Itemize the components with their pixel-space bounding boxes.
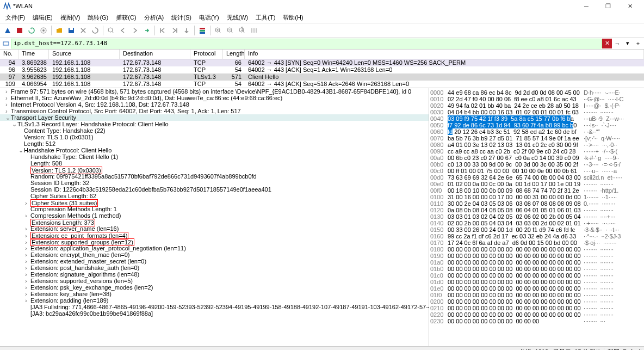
resize-columns-button[interactable] — [249, 25, 259, 36]
hex-row[interactable]: 01b000 00 00 00 00 00 00 00 00 00 00 00 … — [430, 266, 643, 272]
hex-row[interactable]: 000044 e9 68 ca 86 ec b4 8c 9d 2d d0 0d … — [430, 89, 643, 96]
packet-bytes-pane[interactable]: 000044 e9 68 ca 86 ec b4 8c 9d 2d d0 0d … — [429, 88, 644, 346]
detail-line[interactable]: Content Type: Handshake (22) — [0, 127, 429, 134]
hex-row[interactable]: 01d000 00 00 00 00 00 00 00 00 00 00 00 … — [430, 279, 643, 285]
detail-line[interactable]: ⌄Transport Layer Security — [0, 114, 429, 121]
hex-row[interactable]: 001002 2d 47 f0 40 00 80 06 f8 ee c0 a8 … — [430, 96, 643, 102]
detail-line[interactable]: ⌄Handshake Protocol: Client Hello — [0, 147, 429, 153]
hex-row[interactable]: 00f000 18 00 10 00 0b 00 09 08 68 74 74 … — [430, 187, 643, 194]
hex-row[interactable]: 014002 00 2b 00 05 04 03 04 03 03 00 2d … — [430, 220, 643, 226]
col-source[interactable]: Source — [49, 50, 120, 59]
menu-统计[interactable]: 统计(S) — [168, 13, 195, 23]
detail-line[interactable]: [JA3 Fullstring: 771,4866-4867-4865-4919… — [0, 304, 429, 310]
detail-line[interactable]: ›Frame 97: 571 bytes on wire (4568 bits)… — [0, 88, 429, 95]
hex-row[interactable]: 016099 cc 2a f1 df c6 2d 17 ec 03 32 eb … — [430, 233, 643, 240]
detail-line[interactable]: ›Compression Methods (1 method) — [0, 212, 429, 219]
packet-row[interactable]: 1094.066954192.168.1.108172.67.73.148TCP… — [0, 81, 644, 88]
detail-line[interactable]: Random: 09f975421ff3395a8ac515770bf6baf7… — [0, 173, 429, 180]
hex-row[interactable]: 013003 03 01 03 02 04 02 05 02 06 02 00 … — [430, 213, 643, 220]
detail-line[interactable]: ›Ethernet II, Src: AzureWav_2d:d0:0d (b4… — [0, 95, 429, 101]
hex-row[interactable]: 0080a4 01 00 3e 13 02 13 03 13 01 c0 2c … — [430, 142, 643, 148]
detail-line[interactable]: Compression Methods Length: 1 — [0, 206, 429, 212]
hex-row[interactable]: 01a000 00 00 00 00 00 00 00 00 00 00 00 … — [430, 259, 643, 266]
hex-row[interactable]: 01f000 00 00 00 00 00 00 00 00 00 00 00 … — [430, 292, 643, 298]
apply-filter-button[interactable]: → — [612, 39, 622, 48]
menu-文件[interactable]: 文件(F) — [2, 13, 28, 23]
zoom-in-button[interactable] — [213, 25, 224, 36]
go-to-button[interactable] — [141, 25, 152, 36]
reload-button[interactable] — [90, 25, 101, 36]
detail-line[interactable]: ›Extension: padding (len=189) — [0, 297, 429, 304]
hex-row[interactable]: 003004 04 b4 bb 00 00 16 03 01 02 00 01 … — [430, 109, 643, 115]
capture-options-button[interactable] — [38, 25, 49, 36]
detail-line[interactable]: ›Extension: server_name (len=16) — [0, 225, 429, 232]
close-file-button[interactable] — [78, 25, 89, 36]
detail-line[interactable]: ⌄TLSv1.3 Record Layer: Handshake Protoco… — [0, 121, 429, 127]
start-capture-button[interactable] — [2, 25, 13, 36]
close-button[interactable]: ✕ — [619, 0, 641, 12]
hex-row[interactable]: 023000 00 00 00 00 00 00 00 00 00 00····… — [430, 318, 643, 324]
menu-捕获[interactable]: 捕获(C) — [113, 13, 139, 23]
detail-line[interactable]: Length: 508 — [0, 160, 429, 167]
menu-帮助[interactable]: 帮助(H) — [280, 13, 306, 23]
find-packet-button[interactable] — [106, 25, 116, 36]
menu-跳转[interactable]: 跳转(G) — [84, 13, 112, 23]
detail-line[interactable]: Version: TLS 1.0 (0x0301) — [0, 134, 429, 140]
go-next-button[interactable] — [129, 25, 140, 36]
hex-row[interactable]: 0070ba 5b 76 3b b9 27 d5 01 71 85 57 14 … — [430, 135, 643, 142]
go-last-button[interactable] — [169, 25, 180, 36]
detail-line[interactable]: ›Extension: supported_versions (len=5) — [0, 278, 429, 284]
hex-row[interactable]: 018000 00 00 00 00 00 00 00 00 00 00 00 … — [430, 246, 643, 253]
go-first-button[interactable] — [157, 25, 168, 36]
detail-line[interactable]: Version: TLS 1.2 (0x0303) — [0, 167, 429, 173]
hex-row[interactable]: 00a000 6b c0 23 c0 27 00 67 c0 0a c0 14 … — [430, 155, 643, 161]
col-time[interactable]: Time — [18, 50, 49, 59]
hex-row[interactable]: 011030 00 2e 04 03 05 03 06 03 08 07 08 … — [430, 200, 643, 207]
hex-row[interactable]: 020000 00 00 00 00 00 00 00 00 00 00 00 … — [430, 298, 643, 305]
detail-line[interactable]: ›Internet Protocol Version 4, Src: 192.1… — [0, 101, 429, 108]
packet-row[interactable]: 963.955623192.168.1.108172.67.73.148TCP5… — [0, 66, 644, 73]
detail-line[interactable]: ›Extension: ec_point_formats (len=4) — [0, 232, 429, 238]
detail-line[interactable]: ›Extension: post_handshake_auth (len=0) — [0, 265, 429, 271]
hex-row[interactable]: 010031 00 16 00 00 00 17 00 00 00 31 00 … — [430, 194, 643, 200]
hex-row[interactable]: 00e001 02 00 0a 00 0c 00 0a 00 1d 00 17 … — [430, 181, 643, 187]
hex-row[interactable]: 0050f7 92 de 86 6c 73 1d 94 93 60 7f 4a … — [430, 122, 643, 128]
detail-line[interactable]: Session ID Length: 32 — [0, 180, 429, 186]
detail-line[interactable]: ›Extension: psk_key_exchange_modes (len=… — [0, 284, 429, 291]
col-protocol[interactable]: Protocol — [190, 50, 223, 59]
zoom-reset-button[interactable]: 1 — [237, 25, 247, 36]
restart-capture-button[interactable] — [26, 25, 37, 36]
menu-视图[interactable]: 视图(V) — [57, 13, 84, 23]
detail-line[interactable]: Length: 512 — [0, 140, 429, 147]
auto-scroll-button[interactable] — [181, 25, 192, 36]
packet-details-pane[interactable]: ›Frame 97: 571 bytes on wire (4568 bits)… — [0, 88, 429, 346]
add-filter-button[interactable]: + — [633, 39, 643, 48]
packet-row[interactable]: 973.962635192.168.1.108172.67.73.148TLSv… — [0, 73, 644, 81]
hex-row[interactable]: 015000 33 00 26 00 24 00 1d 00 20 f1 d9 … — [430, 226, 643, 233]
hex-row[interactable]: 004003 09 f9 75 42 1f f3 39 5a 8a c5 15 … — [430, 115, 643, 122]
col-destination[interactable]: Destination — [120, 50, 190, 59]
packet-row[interactable]: 943.869238192.168.1.108172.67.73.148TCP6… — [0, 59, 644, 66]
clear-filter-button[interactable]: ✕ — [602, 39, 612, 48]
detail-line[interactable]: Cipher Suites Length: 62 — [0, 193, 429, 199]
col-length[interactable]: Length — [223, 50, 245, 59]
detail-line[interactable]: ›Extension: extended_master_secret (len=… — [0, 258, 429, 265]
detail-line[interactable]: Extensions Length: 373 — [0, 219, 429, 225]
hex-row[interactable]: 01200a 08 0b 08 04 08 05 08 06 04 01 05 … — [430, 207, 643, 213]
save-file-button[interactable] — [66, 25, 77, 36]
hex-row[interactable]: 01e000 00 00 00 00 00 00 00 00 00 00 00 … — [430, 285, 643, 292]
hex-row[interactable]: 00c000 ff 01 00 01 75 00 00 00 10 00 0e … — [430, 168, 643, 174]
filter-dropdown-button[interactable]: ▾ — [623, 39, 633, 48]
maximize-button[interactable]: ❐ — [597, 0, 619, 12]
hex-row[interactable]: 00d073 63 69 69 32 64 2e 6e 65 74 00 0b … — [430, 174, 643, 181]
detail-line[interactable]: Handshake Type: Client Hello (1) — [0, 153, 429, 160]
display-filter-input[interactable] — [11, 39, 602, 48]
zoom-out-button[interactable] — [225, 25, 236, 36]
hex-row[interactable]: 00b0c0 13 00 33 00 9d 00 9c 00 3d 00 3c … — [430, 161, 643, 168]
col-info[interactable]: Info — [245, 50, 644, 59]
colorize-button[interactable] — [197, 25, 208, 36]
detail-line[interactable]: ›Cipher Suites (31 suites) — [0, 199, 429, 206]
hex-row[interactable]: 0060fd 20 12 26 c4 b3 3c 51 92 58 ed a2 … — [430, 128, 643, 135]
detail-line[interactable]: ›Extension: signature_algorithms (len=48… — [0, 271, 429, 278]
hex-row[interactable]: 022000 00 00 00 00 00 00 00 00 00 00 00 … — [430, 311, 643, 318]
